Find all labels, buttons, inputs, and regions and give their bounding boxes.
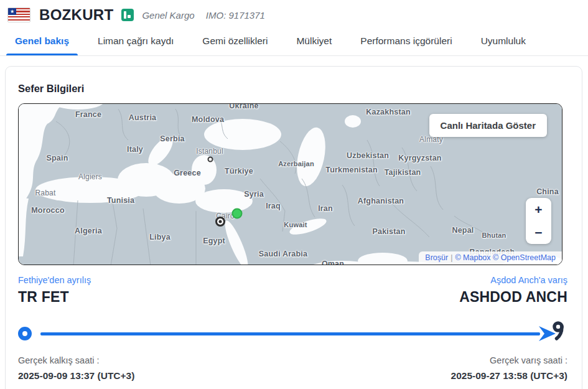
tab-mulkiyet[interactable]: Mülkiyet <box>295 35 333 55</box>
voyage-info-card: Sefer Bilgileri <box>5 66 582 389</box>
mapbox-link[interactable]: © Mapbox <box>455 253 490 262</box>
voyage-progress <box>18 322 567 345</box>
liberia-flag-icon: ★ <box>7 7 30 22</box>
progress-line <box>40 332 540 335</box>
vessel-header: ★ BOZKURT Genel Kargo IMO: 9171371 <box>0 0 588 27</box>
tab-genel-bakis[interactable]: Genel bakış <box>14 35 70 55</box>
arrival-caption[interactable]: Aşdod Anch'a varış <box>459 275 567 285</box>
card-title: Sefer Bilgileri <box>6 67 582 103</box>
show-live-map-button[interactable]: Canlı Haritada Göster <box>429 114 547 137</box>
city-dot-marker <box>208 157 213 162</box>
attribution-separator: | <box>450 253 452 262</box>
vessel-name: BOZKURT <box>39 6 113 24</box>
voyage-map[interactable]: UkraineFranceAustriaMoldovaKazakhstanSer… <box>18 103 562 265</box>
tab-bar: Genel bakış Liman çağrı kaydı Gemi özell… <box>0 27 588 56</box>
voyage-details: Fethiye'den ayrılış TR FET Aşdod Anch'a … <box>18 265 567 382</box>
bullseye-marker <box>215 217 225 227</box>
arrival-port: ASHDOD ANCH <box>459 289 567 306</box>
departure-time-value: 2025-09-09 13:37 (UTC+3) <box>18 370 134 382</box>
departure-time-label: Gerçek kalkış saati : <box>18 355 134 365</box>
arrival-time-label: Gerçek varış saati : <box>451 355 567 365</box>
green-marker <box>232 209 243 219</box>
map-attribution: Broşür|© Mapbox © OpenStreetMap <box>419 251 562 265</box>
zoom-in-button[interactable]: + <box>526 198 551 221</box>
imo-number: IMO: 9171371 <box>206 10 265 21</box>
map-zoom-control: + − <box>526 198 551 244</box>
arrival-anchorage-icon <box>553 320 567 344</box>
flag-star: ★ <box>8 8 16 15</box>
osm-link[interactable]: © OpenStreetMap <box>493 253 556 262</box>
departure-port: TR FET <box>18 289 91 306</box>
tab-performans-icgoruleri[interactable]: Performans içgörüleri <box>359 35 453 55</box>
zoom-out-button[interactable]: − <box>526 221 551 244</box>
vessel-type-icon <box>121 9 134 21</box>
brochure-link[interactable]: Broşür <box>425 253 448 262</box>
arrival-time-value: 2025-09-27 13:58 (UTC+3) <box>451 370 567 382</box>
departure-caption[interactable]: Fethiye'den ayrılış <box>18 275 91 285</box>
vessel-subtitle: Genel Kargo IMO: 9171371 <box>142 10 264 21</box>
tab-liman-cagri-kaydi[interactable]: Liman çağrı kaydı <box>96 35 175 55</box>
tab-uyumluluk[interactable]: Uyumluluk <box>480 35 527 55</box>
departure-point-icon <box>18 327 32 340</box>
vessel-type-label: Genel Kargo <box>142 10 194 21</box>
tab-gemi-ozellikleri[interactable]: Gemi özellikleri <box>201 35 269 55</box>
